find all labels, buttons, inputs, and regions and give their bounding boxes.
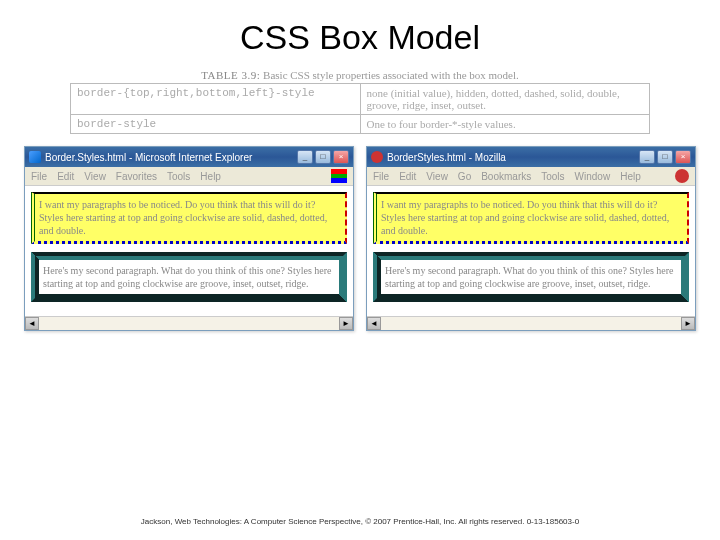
menu-file[interactable]: File (31, 171, 47, 182)
menu-view[interactable]: View (426, 171, 448, 182)
ie-content: I want my paragraphs to be noticed. Do y… (25, 186, 353, 316)
scroll-track[interactable] (39, 317, 339, 330)
maximize-button[interactable]: □ (315, 150, 331, 164)
menu-help[interactable]: Help (620, 171, 641, 182)
table-number: TABLE 3.9: (201, 69, 260, 81)
mozilla-logo-icon (675, 169, 689, 183)
prop-name: border-style (71, 115, 361, 134)
paragraph-border-styles-2: Here's my second paragraph. What do you … (31, 252, 347, 302)
ie-title-text: Border.Styles.html - Microsoft Internet … (45, 152, 297, 163)
scroll-track[interactable] (381, 317, 681, 330)
paragraph-border-styles-1: I want my paragraphs to be noticed. Do y… (31, 192, 347, 244)
browser-screenshots: Border.Styles.html - Microsoft Internet … (0, 146, 720, 331)
scroll-right-icon[interactable]: ► (339, 317, 353, 330)
window-controls: _ □ × (297, 150, 349, 164)
ie-app-icon (29, 151, 41, 163)
scroll-left-icon[interactable]: ◄ (367, 317, 381, 330)
menu-help[interactable]: Help (200, 171, 221, 182)
slide-title: CSS Box Model (0, 0, 720, 69)
mozilla-window: BorderStyles.html - Mozilla _ □ × File E… (366, 146, 696, 331)
close-button[interactable]: × (675, 150, 691, 164)
scroll-left-icon[interactable]: ◄ (25, 317, 39, 330)
table-caption: TABLE 3.9: Basic CSS style properties as… (0, 69, 720, 81)
moz-menubar: File Edit View Go Bookmarks Tools Window… (367, 167, 695, 186)
menu-tools[interactable]: Tools (167, 171, 190, 182)
moz-title-text: BorderStyles.html - Mozilla (387, 152, 639, 163)
close-button[interactable]: × (333, 150, 349, 164)
ie-window: Border.Styles.html - Microsoft Internet … (24, 146, 354, 331)
ie-menubar: File Edit View Favorites Tools Help (25, 167, 353, 186)
moz-content: I want my paragraphs to be noticed. Do y… (367, 186, 695, 316)
ie-titlebar: Border.Styles.html - Microsoft Internet … (25, 147, 353, 167)
mozilla-app-icon (371, 151, 383, 163)
maximize-button[interactable]: □ (657, 150, 673, 164)
menu-tools[interactable]: Tools (541, 171, 564, 182)
slide-footer: Jackson, Web Technologies: A Computer Sc… (0, 517, 720, 526)
table-row: border-style One to four border-*-style … (71, 115, 650, 134)
moz-titlebar: BorderStyles.html - Mozilla _ □ × (367, 147, 695, 167)
window-controls: _ □ × (639, 150, 691, 164)
scroll-right-icon[interactable]: ► (681, 317, 695, 330)
menu-window[interactable]: Window (575, 171, 611, 182)
paragraph-border-styles-1: I want my paragraphs to be noticed. Do y… (373, 192, 689, 244)
minimize-button[interactable]: _ (639, 150, 655, 164)
horizontal-scrollbar[interactable]: ◄ ► (367, 316, 695, 330)
menu-edit[interactable]: Edit (399, 171, 416, 182)
table-row: border-{top,right,bottom,left}-style non… (71, 84, 650, 115)
menu-go[interactable]: Go (458, 171, 471, 182)
menu-file[interactable]: File (373, 171, 389, 182)
minimize-button[interactable]: _ (297, 150, 313, 164)
table-caption-text: Basic CSS style properties associated wi… (263, 69, 519, 81)
paragraph-border-styles-2: Here's my second paragraph. What do you … (373, 252, 689, 302)
menu-edit[interactable]: Edit (57, 171, 74, 182)
prop-name: border-{top,right,bottom,left}-style (71, 84, 361, 115)
menu-favorites[interactable]: Favorites (116, 171, 157, 182)
horizontal-scrollbar[interactable]: ◄ ► (25, 316, 353, 330)
properties-table: border-{top,right,bottom,left}-style non… (70, 83, 650, 134)
menu-view[interactable]: View (84, 171, 106, 182)
prop-desc: One to four border-*-style values. (360, 115, 650, 134)
menu-bookmarks[interactable]: Bookmarks (481, 171, 531, 182)
windows-logo-icon (331, 169, 347, 183)
prop-desc: none (initial value), hidden, dotted, da… (360, 84, 650, 115)
